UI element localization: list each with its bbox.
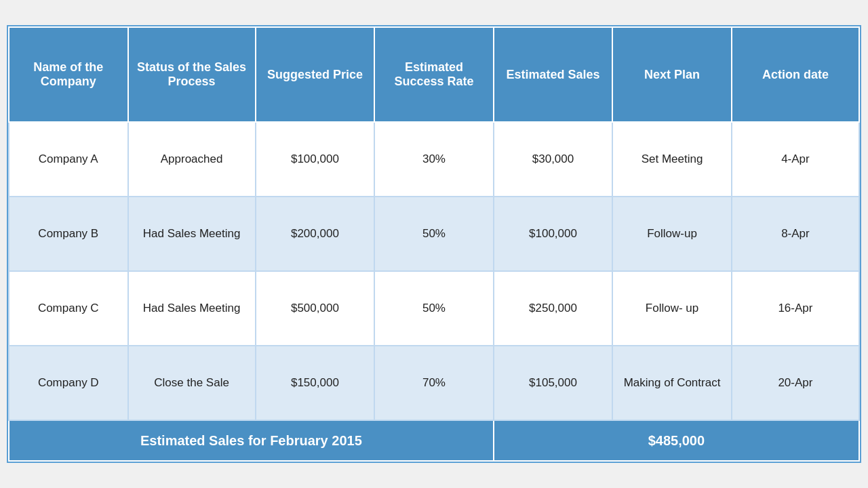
cell-date: 4-Apr [732,122,859,197]
cell-sales: $100,000 [494,197,613,271]
cell-sales: $30,000 [494,122,613,197]
cell-price: $500,000 [256,271,375,346]
header-row: Name of the Company Status of the Sales … [9,27,859,122]
header-plan: Next Plan [612,27,732,122]
cell-status: Had Sales Meeting [128,197,256,271]
cell-company: Company B [9,197,128,271]
table-row: Company DClose the Sale$150,00070%$105,0… [9,346,859,420]
cell-price: $200,000 [256,197,375,271]
cell-rate: 50% [374,197,494,271]
cell-plan: Follow-up [612,197,732,271]
cell-date: 8-Apr [732,197,859,271]
cell-price: $150,000 [256,346,375,420]
cell-status: Had Sales Meeting [128,271,256,346]
header-price: Suggested Price [256,27,375,122]
cell-company: Company C [9,271,128,346]
cell-sales: $250,000 [494,271,613,346]
cell-status: Approached [128,122,256,197]
header-rate: Estimated Success Rate [374,27,494,122]
cell-plan: Set Meeting [612,122,732,197]
table-body: Company AApproached$100,00030%$30,000Set… [9,122,859,420]
footer-row: Estimated Sales for February 2015 $485,0… [9,420,859,461]
cell-status: Close the Sale [128,346,256,420]
table-row: Company BHad Sales Meeting$200,00050%$10… [9,197,859,271]
header-date: Action date [732,27,859,122]
cell-company: Company D [9,346,128,420]
cell-rate: 50% [374,271,494,346]
cell-company: Company A [9,122,128,197]
cell-price: $100,000 [256,122,375,197]
table-row: Company CHad Sales Meeting$500,00050%$25… [9,271,859,346]
sales-table: Name of the Company Status of the Sales … [8,26,860,462]
header-sales: Estimated Sales [494,27,613,122]
cell-rate: 70% [374,346,494,420]
cell-date: 20-Apr [732,346,859,420]
footer-label: Estimated Sales for February 2015 [9,420,494,461]
cell-sales: $105,000 [494,346,613,420]
cell-plan: Follow- up [612,271,732,346]
cell-date: 16-Apr [732,271,859,346]
footer-value: $485,000 [494,420,859,461]
header-status: Status of the Sales Process [128,27,256,122]
cell-rate: 30% [374,122,494,197]
sales-table-container: Name of the Company Status of the Sales … [7,25,861,463]
table-row: Company AApproached$100,00030%$30,000Set… [9,122,859,197]
cell-plan: Making of Contract [612,346,732,420]
header-company: Name of the Company [9,27,128,122]
